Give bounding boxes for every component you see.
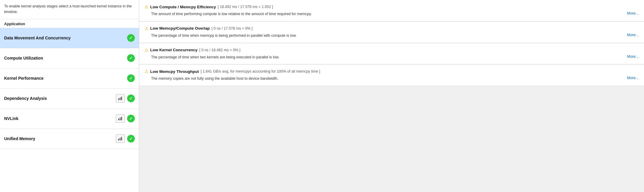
alert-body-low-compute-memcpy: The amount of time performing compute is… (145, 11, 312, 17)
sidebar-item-dependency-analysis[interactable]: Dependency Analysis ✓ (0, 88, 139, 108)
sidebar-item-label-dependency-analysis: Dependency Analysis (4, 96, 47, 101)
check-icon-nvlink: ✓ (127, 115, 135, 122)
alert-content-row-low-kernel-concurrency: The percentage of time when two kernels … (145, 55, 639, 60)
alert-body-low-memcpy-throughput: The memory copies are not fully using th… (145, 76, 278, 81)
alert-content-row-low-memcpy-overlap: The percentage of time when memcpy is be… (145, 33, 639, 39)
nav-item-icons-kernel-performance: ✓ (127, 74, 135, 82)
svg-rect-7 (120, 138, 121, 140)
sidebar-item-unified-memory[interactable]: Unified Memory ✓ (0, 129, 139, 149)
sidebar-item-data-movement[interactable]: Data Movement And Concurrency✓ (0, 28, 139, 48)
alert-title-low-kernel-concurrency: Low Kernel Concurrency (150, 48, 198, 52)
svg-rect-3 (118, 119, 119, 120)
right-panel: ⚠Low Compute / Memcpy Efficiency [ 18.49… (139, 0, 644, 192)
svg-rect-6 (118, 139, 119, 140)
sidebar-item-label-data-movement: Data Movement And Concurrency (4, 36, 71, 40)
more-link-low-memcpy-overlap[interactable]: More... (627, 33, 639, 37)
alert-card-low-memcpy-throughput: ⚠Low Memcpy Throughput [ 1.641 GB/s avg,… (139, 64, 644, 86)
check-icon-kernel-performance: ✓ (127, 74, 135, 82)
alert-metric-low-compute-memcpy: [ 18.492 ms / 17.578 ms = 1.052 ] (218, 5, 273, 9)
alert-title-low-memcpy-throughput: Low Memcpy Throughput (150, 69, 199, 74)
warning-icon-low-memcpy-overlap: ⚠ (145, 26, 148, 31)
more-link-low-memcpy-throughput[interactable]: More... (627, 76, 639, 80)
check-icon-unified-memory: ✓ (127, 135, 135, 143)
left-panel: To enable kernel analysis stages select … (0, 0, 139, 192)
svg-rect-0 (118, 98, 119, 100)
nav-item-icons-data-movement: ✓ (127, 34, 135, 42)
alert-header-low-memcpy-overlap: ⚠Low Memcpy/Compute Overlap [ 0 ns / 17.… (145, 26, 639, 31)
alert-card-low-memcpy-overlap: ⚠Low Memcpy/Compute Overlap [ 0 ns / 17.… (139, 21, 644, 43)
chart-icon-dependency-analysis[interactable] (116, 94, 125, 103)
alert-metric-low-memcpy-overlap: [ 0 ns / 17.578 ms = 0% ] (212, 26, 253, 31)
sidebar-item-label-compute-utilization: Compute Utilization (4, 56, 43, 60)
alert-title-row-low-memcpy-throughput: ⚠Low Memcpy Throughput [ 1.641 GB/s avg,… (145, 69, 320, 74)
more-link-low-compute-memcpy[interactable]: More... (627, 11, 639, 15)
nav-item-icons-dependency-analysis: ✓ (116, 94, 135, 103)
sidebar-item-label-kernel-performance: Kernel Performance (4, 76, 44, 81)
svg-rect-2 (121, 97, 122, 100)
alert-header-low-memcpy-throughput: ⚠Low Memcpy Throughput [ 1.641 GB/s avg,… (145, 69, 639, 74)
alert-content-row-low-compute-memcpy: The amount of time performing compute is… (145, 11, 639, 17)
alert-card-low-kernel-concurrency: ⚠Low Kernel Concurrency [ 0 ns / 18.492 … (139, 43, 644, 65)
sidebar-item-label-unified-memory: Unified Memory (4, 136, 35, 141)
nav-item-icons-unified-memory: ✓ (116, 135, 135, 143)
alert-content-row-low-memcpy-throughput: The memory copies are not fully using th… (145, 76, 639, 81)
alert-metric-low-memcpy-throughput: [ 1.641 GB/s avg, for memcpys accounting… (201, 69, 320, 73)
sidebar-item-compute-utilization[interactable]: Compute Utilization✓ (0, 48, 139, 68)
check-icon-compute-utilization: ✓ (127, 54, 135, 62)
alert-title-row-low-kernel-concurrency: ⚠Low Kernel Concurrency [ 0 ns / 18.492 … (145, 47, 240, 53)
alert-body-low-memcpy-overlap: The percentage of time when memcpy is be… (145, 33, 297, 39)
sidebar-item-kernel-performance[interactable]: Kernel Performance✓ (0, 68, 139, 88)
svg-rect-5 (121, 117, 122, 120)
warning-icon-low-kernel-concurrency: ⚠ (145, 47, 148, 53)
alert-metric-low-kernel-concurrency: [ 0 ns / 18.492 ms = 0% ] (199, 48, 241, 52)
warning-icon-low-memcpy-throughput: ⚠ (145, 69, 148, 74)
sidebar-item-label-nvlink: NVLink (4, 116, 18, 121)
alert-card-low-compute-memcpy: ⚠Low Compute / Memcpy Efficiency [ 18.49… (139, 0, 644, 21)
chart-icon-nvlink[interactable] (116, 114, 125, 123)
alert-title-low-memcpy-overlap: Low Memcpy/Compute Overlap (150, 26, 210, 31)
sidebar-item-nvlink[interactable]: NVLink ✓ (0, 108, 139, 129)
check-icon-data-movement: ✓ (127, 34, 135, 42)
alert-title-row-low-compute-memcpy: ⚠Low Compute / Memcpy Efficiency [ 18.49… (145, 4, 273, 9)
svg-rect-8 (121, 137, 122, 140)
alert-header-low-kernel-concurrency: ⚠Low Kernel Concurrency [ 0 ns / 18.492 … (145, 47, 639, 53)
check-icon-dependency-analysis: ✓ (127, 95, 135, 102)
svg-rect-4 (120, 118, 121, 120)
svg-rect-1 (120, 97, 121, 100)
application-section-label: Application (0, 19, 139, 28)
alert-title-low-compute-memcpy: Low Compute / Memcpy Efficiency (150, 5, 216, 9)
intro-text: To enable kernel analysis stages select … (0, 0, 139, 19)
more-link-low-kernel-concurrency[interactable]: More... (627, 55, 639, 59)
nav-item-icons-compute-utilization: ✓ (127, 54, 135, 62)
alert-header-low-compute-memcpy: ⚠Low Compute / Memcpy Efficiency [ 18.49… (145, 4, 639, 9)
alert-title-row-low-memcpy-overlap: ⚠Low Memcpy/Compute Overlap [ 0 ns / 17.… (145, 26, 253, 31)
nav-item-icons-nvlink: ✓ (116, 114, 135, 123)
alert-body-low-kernel-concurrency: The percentage of time when two kernels … (145, 55, 279, 60)
warning-icon-low-compute-memcpy: ⚠ (145, 4, 148, 9)
chart-icon-unified-memory[interactable] (116, 135, 125, 143)
